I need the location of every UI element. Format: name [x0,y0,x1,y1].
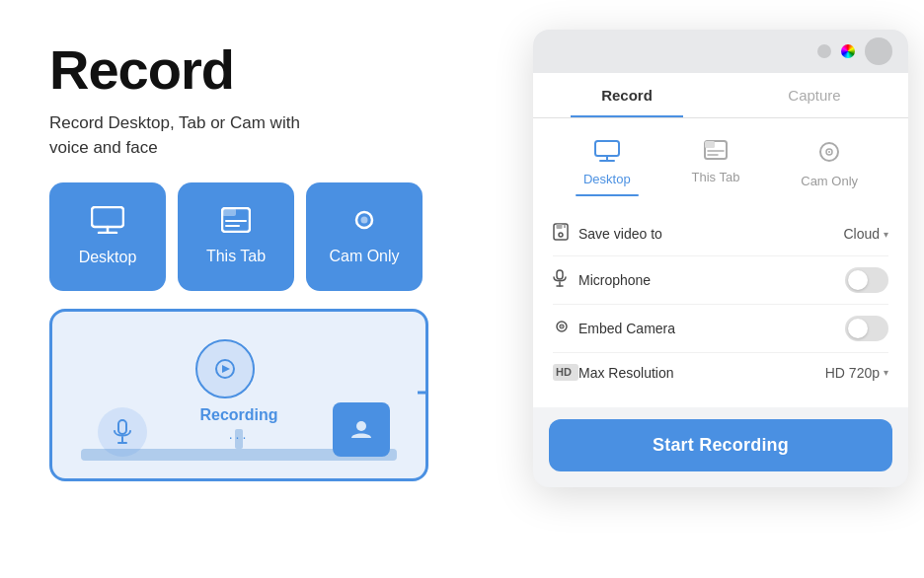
save-video-dropdown-arrow: ▾ [884,229,888,240]
mode-desktop-label: Desktop [583,172,631,186]
svg-rect-4 [222,208,236,216]
right-panel: Record Capture Desktop [533,30,908,487]
chrome-logo-icon [841,44,855,58]
left-panel: Record Record Desktop, Tab or Cam with v… [49,39,503,481]
save-video-row: Save video to Cloud ▾ [553,212,888,256]
svg-rect-0 [92,207,123,227]
svg-point-23 [828,151,830,153]
plugin-window: Record Capture Desktop [533,30,908,487]
max-resolution-row: HD Max Resolution HD 720p ▾ [553,353,888,392]
mode-this-tab[interactable]: This Tab [675,134,755,194]
cam-only-icon [348,207,380,238]
svg-point-13 [356,421,366,431]
recording-dots: ... [229,426,250,442]
mode-this-tab-label: This Tab [691,170,739,184]
microphone-label: Microphone [578,272,845,288]
svg-point-27 [559,233,563,237]
mode-this-tab-icon [704,140,728,164]
max-resolution-value[interactable]: HD 720p ▾ [825,365,888,381]
svg-rect-14 [595,141,619,156]
mic-indicator [98,407,147,457]
mode-cam-only[interactable]: Cam Only [785,134,874,194]
microphone-row: Microphone [553,256,888,305]
page-subtitle: Record Desktop, Tab or Cam with voice an… [49,110,503,161]
mode-cam-only-icon [817,140,841,168]
max-resolution-icon: HD [553,364,578,381]
embed-camera-label: Embed Camera [578,321,845,336]
start-recording-button[interactable]: Start Recording [549,419,892,471]
microphone-toggle[interactable] [845,267,888,293]
desktop-button[interactable]: Desktop [49,182,166,291]
this-tab-button[interactable]: This Tab [178,182,294,291]
save-video-label: Save video to [578,226,843,242]
svg-rect-10 [118,420,126,434]
this-tab-icon [221,207,251,238]
max-resolution-dropdown-arrow: ▾ [884,367,888,378]
mode-selector: Desktop This Tab [533,118,908,202]
tab-capture[interactable]: Capture [721,73,908,117]
svg-point-33 [561,325,563,327]
preview-box: Recording ... [49,309,428,481]
embed-camera-icon [553,319,578,338]
recording-label: Recording [199,406,277,424]
connector-arrow [418,381,428,408]
max-resolution-label: Max Resolution [578,365,825,381]
microphone-icon [553,269,578,291]
svg-rect-26 [564,225,566,228]
embed-camera-toggle[interactable] [845,316,888,341]
desktop-icon [91,206,124,239]
browser-chrome [533,30,908,73]
option-buttons-group: Desktop This Tab [49,182,503,291]
desktop-button-label: Desktop [79,249,137,266]
cam-only-button-label: Cam Only [329,248,399,265]
settings-area: Save video to Cloud ▾ [533,202,908,407]
plugin-tab-bar: Record Capture [533,73,908,118]
mode-desktop[interactable]: Desktop [568,134,647,194]
mode-cam-only-label: Cam Only [801,174,858,188]
save-video-icon [553,223,578,245]
svg-point-8 [361,217,368,224]
this-tab-button-label: This Tab [206,248,266,265]
chrome-dot-1 [817,44,831,58]
cam-only-button[interactable]: Cam Only [306,182,423,291]
recording-icon [195,339,255,398]
svg-rect-25 [557,224,563,229]
cam-thumbnail [333,402,390,457]
svg-rect-18 [705,141,715,148]
embed-camera-row: Embed Camera [553,305,888,353]
page-title: Record [49,39,503,101]
chrome-avatar [865,37,892,65]
mode-desktop-icon [594,140,620,166]
tab-record[interactable]: Record [533,73,721,117]
save-video-value[interactable]: Cloud ▾ [843,226,888,242]
svg-rect-28 [557,270,563,279]
